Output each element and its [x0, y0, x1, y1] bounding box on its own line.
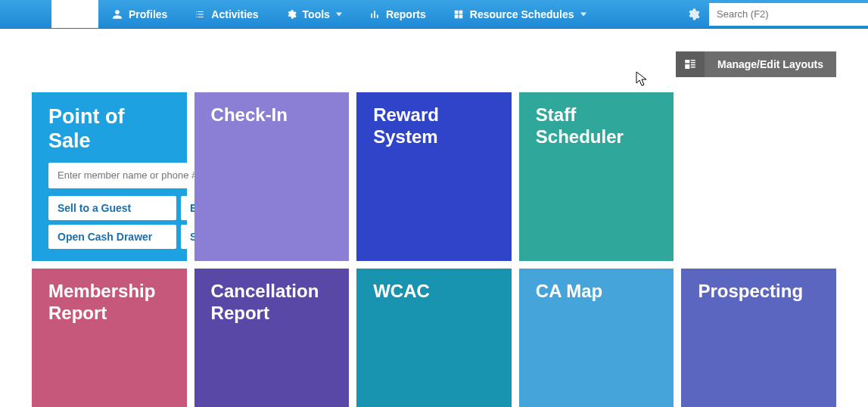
chart-icon: [369, 9, 380, 20]
tile-ca-map[interactable]: CA Map: [519, 269, 674, 407]
tile-check-in[interactable]: Check-In: [194, 92, 350, 261]
tile-reward-system[interactable]: Reward System: [356, 92, 512, 261]
tile-cancellation-report[interactable]: Cancellation Report: [194, 269, 350, 407]
reward-title: Reward System: [373, 104, 495, 148]
checkin-title: Check-In: [211, 104, 333, 126]
gear-icon: [686, 8, 700, 21]
pos-title: Point of Sale: [48, 104, 170, 154]
manage-layouts-label: Manage/Edit Layouts: [705, 58, 836, 70]
nav-profiles[interactable]: Profiles: [98, 0, 181, 28]
nav-resource-schedules[interactable]: Resource Schedules: [440, 0, 600, 28]
staff-title: Staff Scheduler: [536, 104, 658, 148]
membership-title: Membership Report: [48, 281, 170, 325]
layouts-icon: [676, 51, 705, 77]
nav-profiles-label: Profiles: [129, 8, 167, 20]
chevron-down-icon: [580, 11, 586, 17]
nav-settings[interactable]: [677, 0, 709, 28]
manage-layouts-button[interactable]: Manage/Edit Layouts: [676, 51, 836, 77]
nav-activities[interactable]: Activities: [181, 0, 272, 28]
pos-open-drawer-button[interactable]: Open Cash Drawer: [48, 225, 176, 249]
tile-point-of-sale[interactable]: Point of Sale Sell to a Guest End of Day…: [32, 92, 187, 261]
prospect-title: Prospecting: [698, 281, 820, 303]
list-icon: [194, 9, 205, 20]
nav-home[interactable]: [51, 0, 98, 28]
pos-sell-guest-button[interactable]: Sell to a Guest: [48, 196, 176, 220]
search-box[interactable]: [709, 3, 868, 26]
nav-tools-label: Tools: [303, 8, 330, 20]
search-input[interactable]: [717, 8, 860, 20]
nav-resource-schedules-label: Resource Schedules: [470, 8, 574, 20]
chevron-down-icon: [336, 11, 342, 17]
nav-reports-label: Reports: [386, 8, 426, 20]
profile-icon: [112, 9, 123, 20]
tile-membership-report[interactable]: Membership Report: [32, 269, 187, 407]
wcac-title: WCAC: [373, 281, 495, 303]
nav-activities-label: Activities: [211, 8, 258, 20]
tile-prospecting[interactable]: Prospecting: [681, 269, 836, 407]
cancel-title: Cancellation Report: [211, 281, 333, 325]
tile-wcac[interactable]: WCAC: [356, 269, 512, 407]
nav-reports[interactable]: Reports: [356, 0, 440, 28]
home-icon: [70, 9, 80, 20]
gear-icon: [286, 9, 297, 20]
tile-staff-scheduler[interactable]: Staff Scheduler: [519, 92, 674, 261]
grid-icon: [453, 9, 464, 20]
nav-tools[interactable]: Tools: [272, 0, 356, 28]
top-navbar: Profiles Activities Tools Reports Resour…: [0, 0, 868, 29]
camap-title: CA Map: [536, 281, 658, 303]
